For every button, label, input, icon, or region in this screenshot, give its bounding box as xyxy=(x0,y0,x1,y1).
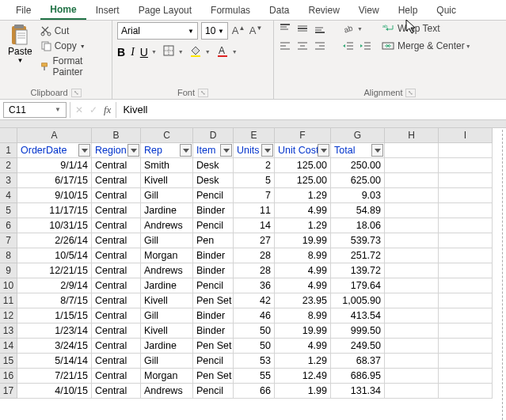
increase-indent-button[interactable] xyxy=(360,40,372,52)
menu-view[interactable]: View xyxy=(349,2,389,19)
table-header-orderdate[interactable]: OrderDate xyxy=(17,143,92,158)
italic-button[interactable]: I xyxy=(131,46,135,59)
cell[interactable]: Central xyxy=(92,369,141,384)
cell[interactable]: Central xyxy=(92,203,141,218)
cell[interactable]: Central xyxy=(92,354,141,369)
cell[interactable]: Gill xyxy=(141,308,193,324)
cell[interactable]: 1.29 xyxy=(275,354,331,369)
row-header-11[interactable]: 11 xyxy=(0,293,17,308)
cell[interactable]: Jardine xyxy=(141,339,193,354)
cell-empty[interactable] xyxy=(385,233,439,248)
cell-empty[interactable] xyxy=(385,158,439,173)
cell[interactable]: Pen xyxy=(193,233,234,248)
cell[interactable]: 19.99 xyxy=(275,233,331,248)
cell[interactable]: 2/26/14 xyxy=(17,233,92,248)
cell[interactable]: 46 xyxy=(234,308,275,324)
row-header-17[interactable]: 17 xyxy=(0,384,17,399)
cell[interactable]: Pencil xyxy=(193,218,234,233)
cell[interactable]: Gill xyxy=(141,354,193,369)
cell[interactable]: 1.99 xyxy=(275,384,331,399)
menu-formulas[interactable]: Formulas xyxy=(201,2,260,19)
cell[interactable]: 131.34 xyxy=(331,384,385,399)
cell-empty[interactable] xyxy=(439,308,493,324)
select-all-corner[interactable] xyxy=(0,128,17,143)
copy-button[interactable]: Copy ▼ xyxy=(39,40,107,52)
cell[interactable]: 999.50 xyxy=(331,324,385,339)
cell[interactable]: Central xyxy=(92,324,141,339)
cell-empty[interactable] xyxy=(385,188,439,203)
cell[interactable]: 1/23/14 xyxy=(17,324,92,339)
cell[interactable]: 19.99 xyxy=(275,324,331,339)
table-header-region[interactable]: Region xyxy=(92,143,141,158)
cell[interactable]: Gill xyxy=(141,233,193,248)
cell[interactable]: 55 xyxy=(234,369,275,384)
cell[interactable]: Central xyxy=(92,173,141,188)
cell[interactable]: Central xyxy=(92,158,141,173)
row-header-8[interactable]: 8 xyxy=(0,248,17,263)
cell[interactable]: 249.50 xyxy=(331,339,385,354)
row-header-15[interactable]: 15 xyxy=(0,354,17,369)
cell-empty[interactable] xyxy=(439,339,493,354)
filter-icon[interactable] xyxy=(318,144,329,157)
row-header-12[interactable]: 12 xyxy=(0,308,17,324)
menu-review[interactable]: Review xyxy=(299,2,348,19)
cell[interactable]: 4.99 xyxy=(275,203,331,218)
cell-empty[interactable] xyxy=(385,339,439,354)
cell[interactable]: Central xyxy=(92,308,141,324)
align-bottom-button[interactable] xyxy=(314,22,326,35)
filter-icon[interactable] xyxy=(371,144,383,157)
filter-icon[interactable] xyxy=(78,144,90,157)
cell-empty[interactable] xyxy=(439,293,493,308)
cell[interactable]: Pencil xyxy=(193,278,234,293)
cell[interactable]: Morgan xyxy=(141,369,193,384)
cell[interactable]: Pencil xyxy=(193,354,234,369)
format-painter-button[interactable]: Format Painter xyxy=(39,55,107,78)
table-header-total[interactable]: Total xyxy=(331,143,385,158)
formula-input[interactable]: Kivell xyxy=(116,104,154,115)
cell-empty[interactable] xyxy=(439,173,493,188)
cell-empty[interactable] xyxy=(439,233,493,248)
fx-icon[interactable]: fx xyxy=(104,104,111,116)
cell[interactable]: 12.49 xyxy=(275,369,331,384)
cell[interactable]: 4.99 xyxy=(275,278,331,293)
spreadsheet-grid[interactable]: ABCDEFGHI1OrderDateRegionRepItemUnitsUni… xyxy=(0,128,506,399)
row-header-3[interactable]: 3 xyxy=(0,173,17,188)
col-header-C[interactable]: C xyxy=(141,128,193,143)
cell[interactable]: 413.54 xyxy=(331,308,385,324)
menu-file[interactable]: File xyxy=(6,2,40,19)
cell-empty[interactable] xyxy=(439,218,493,233)
cell[interactable]: 139.72 xyxy=(331,263,385,278)
cell-empty[interactable] xyxy=(439,263,493,278)
cell[interactable]: 18.06 xyxy=(331,218,385,233)
cell[interactable]: Pencil xyxy=(193,188,234,203)
cell[interactable]: Andrews xyxy=(141,218,193,233)
cell[interactable]: Jardine xyxy=(141,203,193,218)
cell[interactable]: 125.00 xyxy=(275,173,331,188)
col-header-G[interactable]: G xyxy=(331,128,385,143)
cell[interactable]: Morgan xyxy=(141,248,193,263)
dialog-launcher-icon[interactable]: ⤡ xyxy=(198,89,208,97)
col-header-F[interactable]: F xyxy=(275,128,331,143)
cell[interactable]: 14 xyxy=(234,218,275,233)
col-header-A[interactable]: A xyxy=(17,128,92,143)
cell[interactable]: 8.99 xyxy=(275,308,331,324)
cell-empty[interactable] xyxy=(385,173,439,188)
cell[interactable]: Pen Set xyxy=(193,293,234,308)
cell[interactable]: 5 xyxy=(234,173,275,188)
row-header-6[interactable]: 6 xyxy=(0,218,17,233)
cell[interactable]: 10/31/15 xyxy=(17,218,92,233)
merge-center-button[interactable]: Merge & Center ▼ xyxy=(382,40,471,52)
cell-empty[interactable] xyxy=(385,384,439,399)
cell-empty[interactable] xyxy=(439,143,493,158)
filter-icon[interactable] xyxy=(261,144,273,157)
cell[interactable]: Central xyxy=(92,384,141,399)
cell[interactable]: Central xyxy=(92,263,141,278)
cell-empty[interactable] xyxy=(385,354,439,369)
cell[interactable]: 10/5/14 xyxy=(17,248,92,263)
row-header-7[interactable]: 7 xyxy=(0,233,17,248)
row-header-10[interactable]: 10 xyxy=(0,278,17,293)
cell[interactable]: 2/9/14 xyxy=(17,278,92,293)
cell[interactable]: 2 xyxy=(234,158,275,173)
cell[interactable]: Andrews xyxy=(141,263,193,278)
cell[interactable]: 28 xyxy=(234,263,275,278)
